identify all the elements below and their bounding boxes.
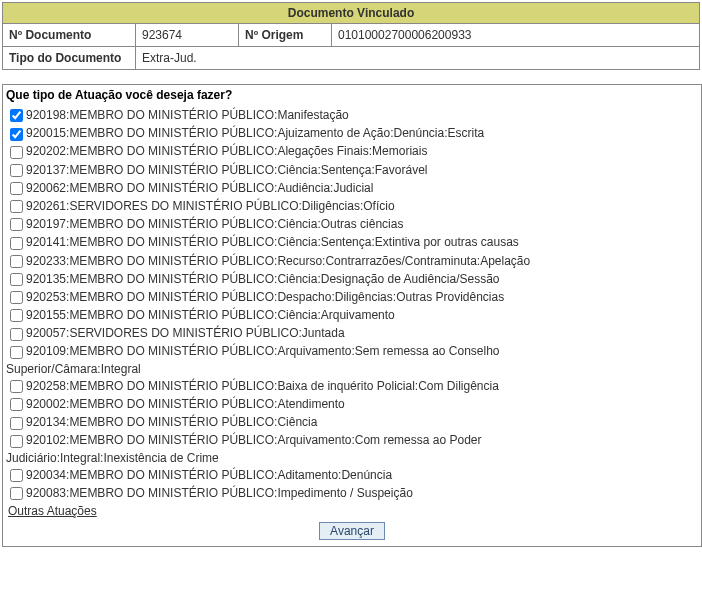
list-item: 920137:MEMBRO DO MINISTÉRIO PÚBLICO:Ciên… — [4, 161, 700, 179]
atuacao-checkbox[interactable] — [10, 380, 23, 393]
atuacao-label: 920109:MEMBRO DO MINISTÉRIO PÚBLICO:Arqu… — [26, 344, 500, 358]
atuacao-checkbox[interactable] — [10, 109, 23, 122]
atuacao-checkbox[interactable] — [10, 200, 23, 213]
list-item: 920155:MEMBRO DO MINISTÉRIO PÚBLICO:Ciên… — [4, 306, 700, 324]
list-item: 920034:MEMBRO DO MINISTÉRIO PÚBLICO:Adit… — [4, 466, 700, 484]
atuacao-panel: Que tipo de Atuação você deseja fazer? 9… — [2, 84, 702, 547]
list-item: 920135:MEMBRO DO MINISTÉRIO PÚBLICO:Ciên… — [4, 270, 700, 288]
atuacao-label: 920057:SERVIDORES DO MINISTÉRIO PÚBLICO:… — [26, 326, 345, 340]
atuacao-checkbox[interactable] — [10, 469, 23, 482]
atuacao-label: 920202:MEMBRO DO MINISTÉRIO PÚBLICO:Aleg… — [26, 144, 427, 158]
atuacao-label: 920261:SERVIDORES DO MINISTÉRIO PÚBLICO:… — [26, 199, 395, 213]
atuacao-checkbox[interactable] — [10, 218, 23, 231]
value-tipo-documento: Extra-Jud. — [136, 47, 700, 70]
atuacao-checkbox[interactable] — [10, 346, 23, 359]
label-numero-documento: Nº Documento — [3, 24, 136, 47]
atuacao-label: 920197:MEMBRO DO MINISTÉRIO PÚBLICO:Ciên… — [26, 217, 403, 231]
atuacao-label-continuation: Judiciário:Integral:Inexistência de Crim… — [6, 450, 700, 466]
value-numero-origem: 01010002700006200933 — [332, 24, 700, 47]
atuacao-label-continuation: Superior/Câmara:Integral — [6, 361, 700, 377]
atuacao-checkbox[interactable] — [10, 309, 23, 322]
atuacao-label: 920198:MEMBRO DO MINISTÉRIO PÚBLICO:Mani… — [26, 108, 349, 122]
atuacao-label: 920015:MEMBRO DO MINISTÉRIO PÚBLICO:Ajui… — [26, 126, 484, 140]
atuacao-label: 920083:MEMBRO DO MINISTÉRIO PÚBLICO:Impe… — [26, 486, 413, 500]
list-item: 920253:MEMBRO DO MINISTÉRIO PÚBLICO:Desp… — [4, 288, 700, 306]
avancar-button[interactable]: Avançar — [319, 522, 385, 540]
list-item: 920062:MEMBRO DO MINISTÉRIO PÚBLICO:Audi… — [4, 179, 700, 197]
atuacao-checkbox[interactable] — [10, 487, 23, 500]
atuacao-checkbox[interactable] — [10, 237, 23, 250]
list-item: 920141:MEMBRO DO MINISTÉRIO PÚBLICO:Ciên… — [4, 233, 700, 251]
atuacao-checkbox[interactable] — [10, 146, 23, 159]
atuacao-checkbox[interactable] — [10, 182, 23, 195]
list-item: 920109:MEMBRO DO MINISTÉRIO PÚBLICO:Arqu… — [4, 342, 700, 360]
documento-vinculado-table: Documento Vinculado Nº Documento 923674 … — [2, 2, 700, 70]
atuacao-label: 920102:MEMBRO DO MINISTÉRIO PÚBLICO:Arqu… — [26, 433, 482, 447]
atuacao-checkbox[interactable] — [10, 255, 23, 268]
table-title: Documento Vinculado — [3, 3, 700, 24]
atuacao-checkbox[interactable] — [10, 328, 23, 341]
atuacao-label: 920155:MEMBRO DO MINISTÉRIO PÚBLICO:Ciên… — [26, 308, 395, 322]
list-item: 920134:MEMBRO DO MINISTÉRIO PÚBLICO:Ciên… — [4, 413, 700, 431]
atuacao-label: 920134:MEMBRO DO MINISTÉRIO PÚBLICO:Ciên… — [26, 415, 317, 429]
atuacao-checkbox[interactable] — [10, 128, 23, 141]
atuacao-label: 920034:MEMBRO DO MINISTÉRIO PÚBLICO:Adit… — [26, 468, 392, 482]
list-item: 920261:SERVIDORES DO MINISTÉRIO PÚBLICO:… — [4, 197, 700, 215]
label-numero-origem: Nº Origem — [239, 24, 332, 47]
list-item: 920198:MEMBRO DO MINISTÉRIO PÚBLICO:Mani… — [4, 106, 700, 124]
atuacao-label: 920135:MEMBRO DO MINISTÉRIO PÚBLICO:Ciên… — [26, 272, 500, 286]
list-item: 920057:SERVIDORES DO MINISTÉRIO PÚBLICO:… — [4, 324, 700, 342]
atuacao-label: 920258:MEMBRO DO MINISTÉRIO PÚBLICO:Baix… — [26, 379, 499, 393]
atuacao-checkbox[interactable] — [10, 435, 23, 448]
atuacao-list: 920198:MEMBRO DO MINISTÉRIO PÚBLICO:Mani… — [4, 106, 700, 502]
atuacao-checkbox[interactable] — [10, 273, 23, 286]
outras-atuacoes-link[interactable]: Outras Atuações — [8, 504, 97, 518]
list-item: 920102:MEMBRO DO MINISTÉRIO PÚBLICO:Arqu… — [4, 431, 700, 449]
value-numero-documento: 923674 — [136, 24, 239, 47]
list-item: 920233:MEMBRO DO MINISTÉRIO PÚBLICO:Recu… — [4, 252, 700, 270]
atuacao-label: 920137:MEMBRO DO MINISTÉRIO PÚBLICO:Ciên… — [26, 163, 427, 177]
atuacao-label: 920233:MEMBRO DO MINISTÉRIO PÚBLICO:Recu… — [26, 254, 530, 268]
list-item: 920258:MEMBRO DO MINISTÉRIO PÚBLICO:Baix… — [4, 377, 700, 395]
list-item: 920197:MEMBRO DO MINISTÉRIO PÚBLICO:Ciên… — [4, 215, 700, 233]
atuacao-label: 920141:MEMBRO DO MINISTÉRIO PÚBLICO:Ciên… — [26, 235, 519, 249]
list-item: 920015:MEMBRO DO MINISTÉRIO PÚBLICO:Ajui… — [4, 124, 700, 142]
atuacao-checkbox[interactable] — [10, 417, 23, 430]
label-tipo-documento: Tipo do Documento — [3, 47, 136, 70]
atuacao-checkbox[interactable] — [10, 398, 23, 411]
list-item: 920083:MEMBRO DO MINISTÉRIO PÚBLICO:Impe… — [4, 484, 700, 502]
atuacao-checkbox[interactable] — [10, 164, 23, 177]
atuacao-label: 920002:MEMBRO DO MINISTÉRIO PÚBLICO:Aten… — [26, 397, 345, 411]
list-item: 920002:MEMBRO DO MINISTÉRIO PÚBLICO:Aten… — [4, 395, 700, 413]
atuacao-label: 920253:MEMBRO DO MINISTÉRIO PÚBLICO:Desp… — [26, 290, 504, 304]
atuacao-checkbox[interactable] — [10, 291, 23, 304]
atuacao-label: 920062:MEMBRO DO MINISTÉRIO PÚBLICO:Audi… — [26, 181, 373, 195]
question-label: Que tipo de Atuação você deseja fazer? — [6, 88, 700, 102]
list-item: 920202:MEMBRO DO MINISTÉRIO PÚBLICO:Aleg… — [4, 142, 700, 160]
